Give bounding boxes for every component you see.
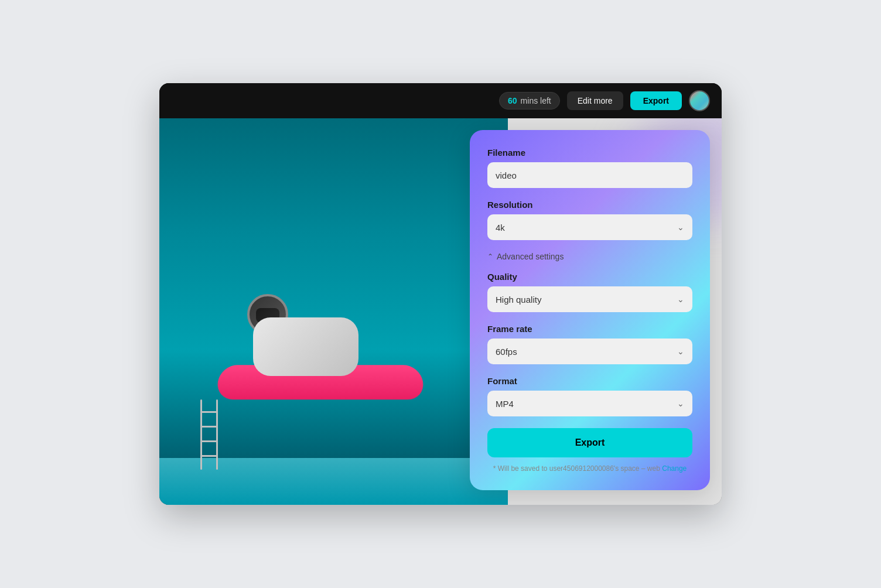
advanced-chevron-icon: ⌃ bbox=[487, 252, 493, 261]
avatar[interactable] bbox=[689, 90, 710, 111]
advanced-settings-label: Advanced settings bbox=[497, 252, 564, 261]
export-modal: Filename Resolution 4k 1080p 720p 480p ⌄ bbox=[470, 130, 710, 490]
mins-left-number: 60 bbox=[508, 96, 517, 105]
astronaut-scene bbox=[159, 118, 508, 505]
resolution-group: Resolution 4k 1080p 720p 480p ⌄ bbox=[487, 200, 692, 240]
filename-input[interactable] bbox=[487, 162, 692, 188]
export-top-button[interactable]: Export bbox=[630, 91, 682, 110]
astronaut-figure bbox=[230, 294, 382, 388]
quality-select[interactable]: High quality Medium quality Low quality bbox=[487, 286, 692, 312]
change-link[interactable]: Change bbox=[662, 464, 687, 473]
filename-label: Filename bbox=[487, 148, 692, 158]
format-group: Format MP4 MOV AVI WebM ⌄ bbox=[487, 376, 692, 416]
save-note-text: * Will be saved to user4506912000086's s… bbox=[493, 464, 660, 473]
app-window: 60 mins left Edit more Export bbox=[159, 83, 722, 505]
resolution-select[interactable]: 4k 1080p 720p 480p bbox=[487, 214, 692, 240]
main-content: Filename Resolution 4k 1080p 720p 480p ⌄ bbox=[159, 118, 722, 505]
quality-label: Quality bbox=[487, 272, 692, 282]
mins-left-label: mins left bbox=[521, 96, 551, 105]
edit-more-button[interactable]: Edit more bbox=[567, 91, 623, 110]
export-modal-button[interactable]: Export bbox=[487, 428, 692, 457]
framerate-select[interactable]: 60fps 30fps 24fps bbox=[487, 339, 692, 364]
format-select[interactable]: MP4 MOV AVI WebM bbox=[487, 391, 692, 416]
mins-left-badge: 60 mins left bbox=[499, 92, 560, 110]
resolution-select-wrapper: 4k 1080p 720p 480p ⌄ bbox=[487, 214, 692, 240]
quality-select-wrapper: High quality Medium quality Low quality … bbox=[487, 286, 692, 312]
resolution-label: Resolution bbox=[487, 200, 692, 210]
pool-ladder bbox=[200, 399, 218, 470]
video-preview bbox=[159, 118, 508, 505]
save-note: * Will be saved to user4506912000086's s… bbox=[487, 464, 692, 473]
top-bar: 60 mins left Edit more Export bbox=[159, 83, 722, 118]
framerate-group: Frame rate 60fps 30fps 24fps ⌄ bbox=[487, 324, 692, 364]
filename-group: Filename bbox=[487, 148, 692, 188]
advanced-settings-toggle[interactable]: ⌃ Advanced settings bbox=[487, 252, 692, 261]
framerate-select-wrapper: 60fps 30fps 24fps ⌄ bbox=[487, 339, 692, 364]
format-select-wrapper: MP4 MOV AVI WebM ⌄ bbox=[487, 391, 692, 416]
astronaut-body bbox=[253, 317, 358, 376]
framerate-label: Frame rate bbox=[487, 324, 692, 334]
quality-group: Quality High quality Medium quality Low … bbox=[487, 272, 692, 312]
format-label: Format bbox=[487, 376, 692, 386]
